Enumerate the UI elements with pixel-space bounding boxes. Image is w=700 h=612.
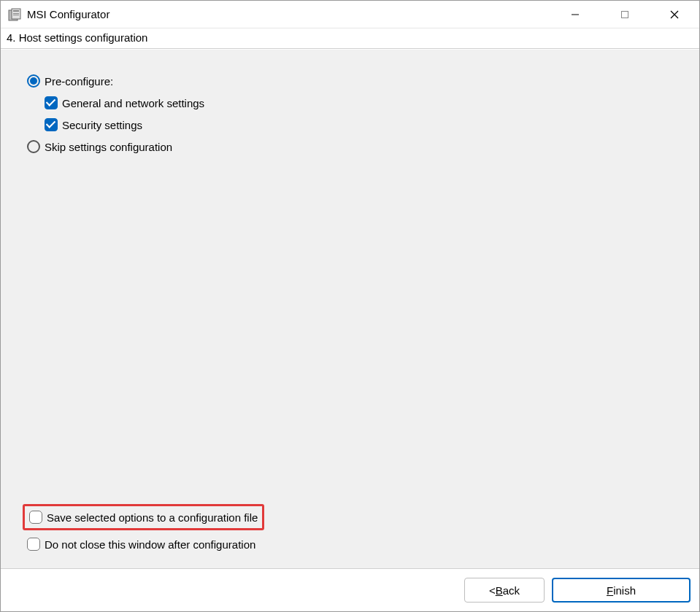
radio-preconfigure-row[interactable]: Pre-configure: xyxy=(27,74,673,88)
checkbox-general-row[interactable]: General and network settings xyxy=(45,96,673,109)
highlight-annotation: Save selected options to a configuration… xyxy=(23,504,264,530)
app-window: MSI Configurator 4. Host settings config… xyxy=(0,0,700,612)
checkbox-security[interactable] xyxy=(45,118,58,131)
minimize-button[interactable] xyxy=(550,1,600,28)
maximize-button[interactable] xyxy=(600,1,650,28)
finish-button[interactable]: Finish xyxy=(552,578,691,603)
radio-skip-label: Skip settings configuration xyxy=(45,141,172,153)
close-button[interactable] xyxy=(650,1,699,28)
window-title: MSI Configurator xyxy=(27,8,550,20)
svg-rect-4 xyxy=(13,15,19,15)
back-button-rest: ack xyxy=(503,584,520,597)
window-controls xyxy=(550,1,699,28)
content-area: Pre-configure: General and network setti… xyxy=(1,49,699,568)
footer: < Back Finish xyxy=(1,568,699,611)
checkbox-dont-close-label: Do not close this window after configura… xyxy=(45,538,255,551)
back-button[interactable]: < Back xyxy=(464,578,545,603)
checkbox-dont-close[interactable] xyxy=(27,538,40,551)
checkbox-security-label: Security settings xyxy=(62,119,142,131)
checkbox-dont-close-row[interactable]: Do not close this window after configura… xyxy=(27,538,673,551)
svg-rect-3 xyxy=(13,13,19,14)
svg-rect-2 xyxy=(13,10,19,12)
checkbox-save-config[interactable] xyxy=(29,511,42,524)
finish-button-mnemonic: F xyxy=(607,584,613,597)
app-icon xyxy=(8,8,21,21)
checkbox-save-config-label: Save selected options to a configuration… xyxy=(47,511,258,524)
radio-skip[interactable] xyxy=(27,140,40,153)
finish-button-rest: inish xyxy=(613,584,636,597)
radio-preconfigure[interactable] xyxy=(27,74,40,88)
svg-rect-6 xyxy=(622,11,628,18)
radio-skip-row[interactable]: Skip settings configuration xyxy=(27,140,673,153)
checkbox-security-row[interactable]: Security settings xyxy=(45,118,673,131)
options-group: Pre-configure: General and network setti… xyxy=(7,60,693,501)
radio-preconfigure-label: Pre-configure: xyxy=(45,75,113,88)
back-button-prefix: < xyxy=(489,584,496,597)
checkbox-general[interactable] xyxy=(45,96,58,109)
back-button-mnemonic: B xyxy=(496,584,503,597)
checkbox-general-label: General and network settings xyxy=(62,97,204,109)
bottom-options: Save selected options to a configuration… xyxy=(7,501,693,562)
step-header: 4. Host settings configuration xyxy=(1,28,699,49)
titlebar: MSI Configurator xyxy=(1,1,699,28)
